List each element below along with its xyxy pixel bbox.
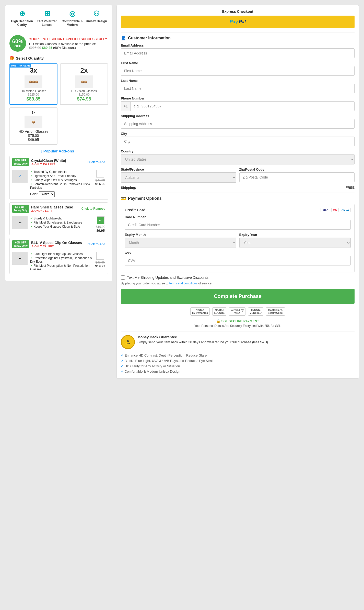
- phone-prefix: +1: [121, 101, 130, 111]
- addon-crystalclean-price: $79.90 $14.95: [95, 170, 105, 197]
- zip-input[interactable]: [239, 172, 355, 182]
- addons-title: ↓ Popular Add-ons ↓: [9, 149, 108, 153]
- firstname-label: First Name: [121, 61, 355, 65]
- benefit-3: HD Clarity for Any Activity or Situation: [121, 363, 355, 369]
- addon-hardshell-checkbox[interactable]: ✓: [97, 216, 104, 224]
- addon-crystalclean-body: 🖊️ Trusted By Optometrists Lightweight A…: [10, 168, 108, 199]
- addon-hardshell-title: Hard Shell Glasses Case ⚠ ONLY 9 LEFT: [31, 205, 79, 213]
- express-checkout-title: Express Checkout: [121, 9, 355, 14]
- paypal-button[interactable]: Pay Pal: [121, 16, 355, 28]
- phone-label: Phone Number: [121, 96, 355, 100]
- addon-hardshell-features: Sturdy & Lightweight Fits Most Sunglasse…: [30, 216, 93, 232]
- ssl-section: 🔒 SSL SECURE PAYMENT Your Personal Detai…: [121, 319, 355, 328]
- expiry-row: Expiry Month Month Expiry Year Year: [125, 233, 351, 248]
- sms-checkbox-row[interactable]: Text Me Shipping Updates and Exclusive D…: [121, 275, 355, 280]
- city-input[interactable]: [121, 137, 355, 146]
- addon-hardshell-badge: 50% OFF Today Only: [12, 205, 29, 213]
- state-label: State/Province: [121, 168, 236, 171]
- paypal-pay-text: Pay: [230, 19, 238, 25]
- country-select[interactable]: United States: [121, 154, 355, 164]
- shipping-value: FREE: [346, 186, 355, 190]
- color-dropdown-crystalclean[interactable]: White: [39, 191, 55, 197]
- original-price: $225.00: [29, 46, 41, 50]
- addon-crystalclean-checkbox[interactable]: [96, 170, 104, 178]
- addon-crystalclean-features: Trusted By Optometrists Lightweight And …: [30, 170, 92, 197]
- addon-crystalclean: 50% OFF Today Only CrystalClean (White) …: [9, 156, 108, 200]
- address-input[interactable]: [121, 119, 355, 129]
- complete-purchase-button[interactable]: Complete Purchase: [121, 289, 355, 304]
- city-group: City: [121, 132, 355, 146]
- feature-tac-label: TAC Polarized Lenses: [36, 19, 58, 27]
- payment-section-title: 💳 Payment Options: [121, 193, 355, 201]
- feature-hd: ⊕ High Definition Clarity: [10, 9, 33, 27]
- addon-bluv-badge: 60% OFF Today Only: [12, 240, 29, 248]
- discount-note: (60% Discount): [53, 46, 76, 50]
- benefit-list: Enhance HD Contrast, Depth Perception, R…: [121, 353, 355, 374]
- terms-link[interactable]: terms and conditions: [169, 282, 197, 285]
- addon-bluv-header: 60% OFF Today Only BLU-V Specs Clip On G…: [10, 238, 108, 250]
- left-panel: ⊕ High Definition Clarity ⊞ TAC Polarize…: [5, 5, 112, 281]
- ssl-title: 🔒 SSL SECURE PAYMENT: [121, 319, 355, 323]
- addon-bluv-checkbox[interactable]: [96, 252, 104, 260]
- qty-3x-orig: $225.00: [13, 93, 54, 96]
- qty-card-1x[interactable]: 1x 📦 HD Vision Glasses $75.00 $49.95: [9, 107, 57, 145]
- addon-bluv-action[interactable]: Click to Add: [87, 242, 105, 246]
- truste-badge: TRUSTeVERIFIED: [248, 307, 263, 316]
- firstname-input[interactable]: [121, 66, 355, 76]
- state-select[interactable]: Alabama: [121, 172, 236, 183]
- addon-hardshell-stock: ⚠ ONLY 9 LEFT: [31, 209, 79, 213]
- addon-bluv-title: BLU-V Specs Clip On Glasses ⚠ ONLY 33 LE…: [31, 241, 86, 248]
- money-back-badge: 30 DAY: [121, 335, 135, 349]
- country-group: Country United States: [121, 149, 355, 164]
- addon-hardshell: 50% OFF Today Only Hard Shell Glasses Ca…: [9, 202, 108, 235]
- security-badges: Nortonby Symantec McAfeeSECURE Verified …: [121, 307, 355, 316]
- lastname-label: Last Name: [121, 79, 355, 83]
- visa-verified-badge: Verified byVISA: [229, 307, 245, 316]
- payment-section: Credit Card VISA MC AMEX Card Number Exp…: [121, 204, 355, 272]
- lastname-input[interactable]: [121, 84, 355, 93]
- qty-2x-num: 2x: [63, 66, 105, 74]
- qty-3x-price: $89.85: [13, 96, 54, 102]
- addon-crystalclean-action[interactable]: Click to Add: [87, 160, 105, 164]
- customer-info-title: 👤 Customer Information: [121, 32, 355, 40]
- qty-card-2x[interactable]: 2x 📦📦 HD Vision Glasses $150.00 $74.98: [60, 63, 108, 105]
- phone-row: +1: [121, 101, 355, 111]
- card-number-input[interactable]: [125, 220, 351, 230]
- money-back-title: Money Back Guarantee: [137, 335, 268, 339]
- lastname-group: Last Name: [121, 79, 355, 93]
- feature-unisex-label: Unisex Design: [86, 19, 107, 23]
- mastercard-securecode-badge: MasterCard.SecureCode.: [266, 307, 285, 316]
- discount-description: HD Vision Glasses is available at the pr…: [29, 42, 107, 50]
- state-zip-row: State/Province Alabama Zip/Postal Code: [121, 168, 355, 183]
- money-back-text: Money Back Guarantee Simply send your it…: [137, 335, 268, 344]
- discount-headline: YOUR 60% DISCOUNT APPLIED SUCCESSFULLY: [29, 37, 107, 41]
- money-back-desc: Simply send your item back within 30 day…: [137, 340, 268, 344]
- email-input[interactable]: [121, 48, 355, 58]
- sms-checkbox[interactable]: [121, 275, 125, 280]
- addon-hardshell-action[interactable]: Click to Remove: [81, 207, 105, 210]
- email-label: Email Address: [121, 43, 355, 47]
- phone-input[interactable]: [130, 101, 355, 111]
- addon-hardshell-price: ✓ $19.90 $9.95: [96, 216, 105, 232]
- address-group: Shipping Address: [121, 114, 355, 129]
- addon-bluv-price: $49.95 $19.97: [95, 252, 105, 271]
- expiry-month-label: Expiry Month: [125, 233, 236, 237]
- cvv-group: CVV: [125, 251, 351, 265]
- addon-bluv-body: 🕶️ Blue Light Blocking Clip On Glasses P…: [10, 250, 108, 274]
- discount-badge: 60% OFF: [9, 35, 26, 52]
- addon-bluv-img: 🕶️: [12, 252, 28, 265]
- right-panel: Express Checkout Pay Pal 👤 Customer Info…: [116, 5, 359, 379]
- country-label: Country: [121, 149, 355, 153]
- sale-price: $89.85: [42, 46, 52, 50]
- color-select-crystalclean[interactable]: Color: White: [30, 191, 92, 197]
- amex-icon: AMEX: [340, 208, 351, 212]
- cvv-input[interactable]: [125, 256, 351, 265]
- feature-tac: ⊞ TAC Polarized Lenses: [36, 9, 58, 27]
- expiry-year-select[interactable]: Year: [239, 238, 351, 248]
- qty-card-3x[interactable]: MOST POPULAR 3x 📦📦📦 HD Vision Glasses $2…: [9, 63, 57, 105]
- addon-hardshell-body: 🕶️ Sturdy & Lightweight Fits Most Sungla…: [10, 215, 108, 235]
- qty-2x-img: 📦📦: [75, 75, 93, 88]
- addon-bluv: 60% OFF Today Only BLU-V Specs Clip On G…: [9, 238, 108, 274]
- terms-text: By placing your order, you agree to term…: [121, 282, 355, 285]
- expiry-month-select[interactable]: Month: [125, 238, 236, 248]
